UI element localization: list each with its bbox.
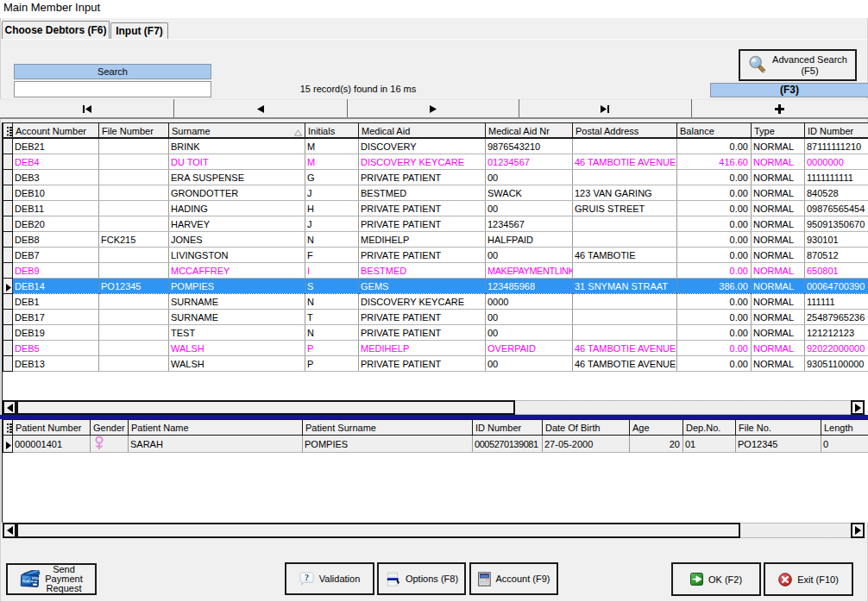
svg-text:?: ? [305, 573, 309, 582]
svg-text:VISA: VISA [32, 576, 41, 581]
